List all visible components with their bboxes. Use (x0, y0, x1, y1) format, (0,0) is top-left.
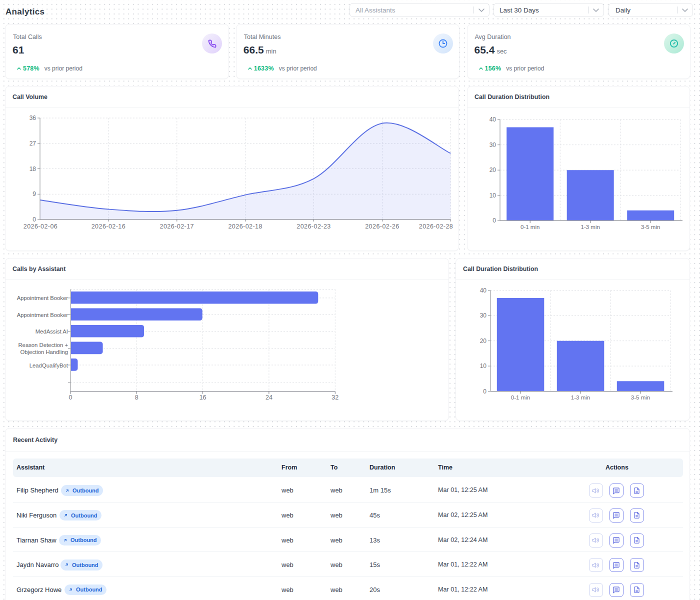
svg-text:Appointment Booker: Appointment Booker (17, 312, 68, 318)
svg-text:8: 8 (135, 394, 138, 401)
svg-text:1-3 min: 1-3 min (581, 224, 600, 230)
svg-text:3-5 min: 3-5 min (631, 394, 650, 400)
svg-text:40: 40 (490, 116, 496, 123)
svg-text:16: 16 (200, 394, 206, 401)
svg-text:2026-02-16: 2026-02-16 (92, 223, 126, 230)
svg-text:LeadQualifyBot: LeadQualifyBot (30, 362, 68, 368)
svg-text:Appointment Booker: Appointment Booker (17, 295, 68, 301)
svg-text:MedAssist AI: MedAssist AI (36, 328, 68, 334)
svg-text:24: 24 (266, 394, 272, 401)
svg-text:20: 20 (490, 166, 496, 174)
svg-text:32: 32 (332, 394, 338, 401)
svg-text:2026-02-06: 2026-02-06 (24, 223, 58, 230)
svg-text:2026-02-23: 2026-02-23 (296, 223, 330, 230)
svg-text:36: 36 (30, 114, 36, 122)
svg-text:0-1 min: 0-1 min (520, 224, 540, 230)
svg-text:0-1 min: 0-1 min (511, 394, 530, 400)
svg-text:2026-02-26: 2026-02-26 (365, 223, 399, 230)
svg-text:27: 27 (30, 140, 36, 147)
svg-text:Reason Detection +: Reason Detection + (18, 342, 68, 348)
svg-text:0: 0 (69, 394, 72, 401)
svg-text:2026-02-18: 2026-02-18 (228, 223, 262, 230)
svg-text:0: 0 (483, 388, 486, 395)
svg-text:40: 40 (480, 287, 487, 294)
svg-text:30: 30 (480, 312, 487, 319)
svg-text:2026-02-17: 2026-02-17 (160, 223, 194, 230)
svg-text:0: 0 (492, 217, 496, 224)
svg-text:3-5 min: 3-5 min (641, 224, 660, 230)
svg-text:20: 20 (480, 338, 487, 344)
svg-text:1-3 min: 1-3 min (571, 394, 590, 400)
svg-text:2026-02-28: 2026-02-28 (419, 223, 453, 230)
svg-text:30: 30 (490, 142, 496, 148)
svg-text:0: 0 (32, 216, 36, 223)
svg-text:10: 10 (490, 192, 496, 199)
svg-text:18: 18 (30, 166, 36, 172)
svg-text:9: 9 (32, 190, 36, 198)
svg-text:10: 10 (480, 362, 487, 370)
svg-text:Objection Handling: Objection Handling (20, 349, 68, 355)
